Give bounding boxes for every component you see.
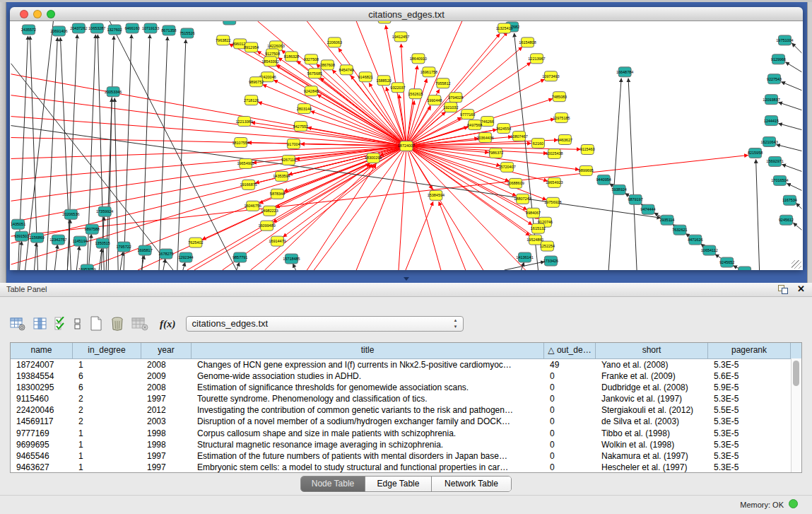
- graph-node[interactable]: 16154808: [519, 37, 536, 47]
- table-cell[interactable]: 0: [544, 428, 596, 439]
- table-cell[interactable]: 5.3E-5: [708, 359, 791, 370]
- graph-node[interactable]: 16046756: [244, 201, 261, 211]
- table-row[interactable]: 1830029562008Estimation of significance …: [11, 382, 801, 393]
- graph-node[interactable]: 2935114: [660, 215, 675, 225]
- graph-node[interactable]: 18543392: [261, 57, 278, 66]
- graph-node[interactable]: 11325419: [496, 23, 513, 33]
- table-cell[interactable]: 1: [73, 428, 141, 439]
- graph-node[interactable]: 12213967: [528, 54, 545, 64]
- table-cell[interactable]: 9777169: [11, 428, 73, 439]
- table-cell[interactable]: Wolkin et al. (1998): [596, 439, 708, 450]
- table-cell[interactable]: Changes of HCN gene expression and I(f) …: [192, 359, 544, 370]
- graph-node[interactable]: 10807467: [510, 132, 527, 141]
- graph-node[interactable]: 9391503: [14, 231, 29, 241]
- graph-node[interactable]: 9440954: [596, 175, 611, 185]
- graph-node[interactable]: 2803144: [297, 104, 312, 114]
- network-window-titlebar[interactable]: citations_edges.txt: [10, 7, 803, 21]
- table-cell[interactable]: 1997: [141, 393, 192, 404]
- graph-node[interactable]: 8631044: [377, 21, 392, 23]
- table-header-row[interactable]: namein_degreeyeartitle△ out_de…shortpage…: [11, 343, 801, 359]
- table-row[interactable]: 1456911722003Disruption of a novel membe…: [11, 416, 801, 427]
- table-cell[interactable]: 19384554: [11, 370, 73, 382]
- graph-node[interactable]: 8215958: [748, 148, 763, 158]
- table-cell[interactable]: 0: [544, 462, 596, 473]
- graph-node[interactable]: 7963822: [216, 35, 230, 45]
- graph-node[interactable]: 10025438: [546, 148, 563, 158]
- table-cell[interactable]: 0: [544, 404, 596, 416]
- new-table-icon[interactable]: [89, 316, 103, 332]
- table-cell[interactable]: 5.6E-5: [708, 370, 791, 382]
- graph-node[interactable]: 3624554: [496, 124, 511, 134]
- graph-node[interactable]: 62160: [531, 139, 544, 148]
- graph-node[interactable]: 9896752: [249, 77, 264, 87]
- table-cell[interactable]: Investigating the contribution of common…: [192, 404, 544, 416]
- graph-node[interactable]: 1733426: [543, 256, 558, 266]
- graph-node[interactable]: 7986372: [488, 148, 503, 158]
- table-cell[interactable]: 5.5E-5: [708, 404, 791, 416]
- graph-node[interactable]: 1615132: [531, 223, 546, 233]
- table-cell[interactable]: 18300295: [11, 382, 73, 393]
- graph-node[interactable]: 12975185: [553, 113, 570, 123]
- table-cell[interactable]: 0: [544, 416, 596, 427]
- graph-node[interactable]: 8454749: [339, 65, 354, 75]
- graph-node[interactable]: 9984067: [526, 208, 541, 218]
- table-row[interactable]: 911546021997Tourette syndrome. Phenomeno…: [11, 393, 801, 404]
- table-cell[interactable]: 5.9E-5: [708, 382, 791, 393]
- graph-node[interactable]: 2867608: [320, 60, 335, 70]
- graph-node[interactable]: 2206063: [327, 37, 342, 47]
- graph-node[interactable]: 20206536: [62, 209, 79, 219]
- table-cell[interactable]: 5.3E-5: [708, 393, 791, 404]
- graph-node[interactable]: 19654923: [546, 177, 563, 187]
- graph-node[interactable]: 20053346: [105, 87, 122, 97]
- graph-node[interactable]: 16953059: [78, 264, 95, 270]
- graph-node[interactable]: 5675685: [307, 69, 322, 78]
- table-cell[interactable]: Tourette syndrome. Phenomenology and cla…: [192, 393, 544, 404]
- show-columns-icon[interactable]: [33, 317, 47, 331]
- table-cell[interactable]: Yano et al. (2008): [596, 359, 708, 370]
- graph-node[interactable]: 7955812: [435, 78, 450, 88]
- close-panel-icon[interactable]: ✕: [797, 284, 805, 294]
- table-cell[interactable]: 22420046: [11, 404, 73, 416]
- graph-node[interactable]: 19412457: [392, 32, 409, 42]
- table-cell[interactable]: Disruption of a novel member of a sodium…: [192, 416, 544, 427]
- graph-node[interactable]: 14982223: [261, 206, 278, 216]
- table-cell[interactable]: Tibbo et al. (1998): [596, 428, 708, 439]
- table-cell[interactable]: Structural magnetic resonance image aver…: [192, 439, 544, 450]
- graph-node[interactable]: 20364436: [477, 133, 494, 143]
- table-cell[interactable]: 5.3E-5: [708, 439, 791, 450]
- graph-node[interactable]: 19654905: [237, 158, 254, 168]
- table-cell[interactable]: 5.3E-5: [708, 450, 791, 462]
- table-cell[interactable]: 2: [73, 416, 141, 427]
- table-cell[interactable]: 2012: [141, 404, 192, 416]
- graph-node[interactable]: 17016504: [771, 175, 788, 185]
- table-cell[interactable]: 18724007: [11, 359, 73, 370]
- select-rows-icon[interactable]: [54, 317, 66, 331]
- table-cell[interactable]: 2008: [141, 382, 192, 393]
- graph-node[interactable]: 9245652: [719, 257, 734, 267]
- graph-node[interactable]: 8471626: [688, 235, 702, 245]
- graph-node[interactable]: 9129966: [771, 54, 786, 64]
- table-cell[interactable]: 5.3E-5: [708, 416, 791, 427]
- graph-node[interactable]: 16648784: [616, 67, 633, 77]
- graph-node[interactable]: 6497568: [467, 120, 482, 130]
- graph-node[interactable]: 1695817: [137, 245, 152, 255]
- graph-node[interactable]: 17359924: [96, 206, 113, 216]
- graph-node[interactable]: 1678275: [158, 249, 173, 259]
- table-cell[interactable]: Dudbridge et al. (2008): [596, 382, 708, 393]
- table-row[interactable]: 977716911998Corpus callosum shape and si…: [11, 428, 801, 439]
- graph-node[interactable]: 5938924: [611, 185, 626, 194]
- graph-node[interactable]: 18640910: [410, 54, 427, 64]
- table-cell[interactable]: 1998: [141, 428, 192, 439]
- table-cell[interactable]: 9699695: [11, 439, 73, 450]
- graph-node[interactable]: 9327508: [304, 54, 319, 64]
- graph-node[interactable]: 1244415: [764, 116, 779, 126]
- graph-node[interactable]: 9899695: [579, 165, 594, 175]
- graph-node[interactable]: 8671358: [161, 25, 176, 35]
- column-header-year[interactable]: year: [141, 343, 192, 358]
- table-cell[interactable]: 2008: [141, 359, 192, 370]
- graph-node[interactable]: 1145194: [73, 236, 88, 246]
- table-cell[interactable]: 6: [73, 370, 141, 382]
- graph-node[interactable]: 19166875: [240, 180, 257, 189]
- table-cell[interactable]: 2003: [141, 416, 192, 427]
- graph-node[interactable]: 5878344: [270, 189, 285, 199]
